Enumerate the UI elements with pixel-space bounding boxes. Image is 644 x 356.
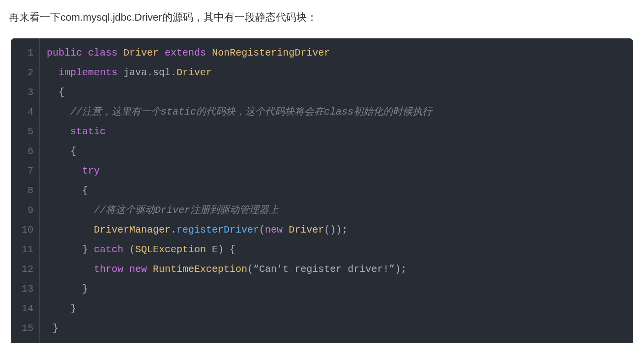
code-line: DriverManager.registerDriver(new Driver(… [47, 220, 627, 240]
code-content[interactable]: public class Driver extends NonRegisteri… [40, 38, 633, 343]
code-line: implements java.sql.Driver [47, 63, 627, 83]
line-number: 6 [20, 142, 33, 161]
line-number: 5 [20, 122, 33, 142]
code-line: //将这个驱动Driver注册到驱动管理器上 [47, 201, 627, 220]
line-number: 7 [20, 161, 33, 181]
code-line: } catch (SQLException E) { [47, 240, 627, 260]
line-number: 9 [20, 201, 33, 220]
line-number: 3 [20, 83, 33, 102]
line-number: 12 [20, 260, 33, 279]
code-line: { [47, 83, 627, 102]
code-line: { [47, 142, 627, 161]
line-number: 8 [20, 181, 33, 201]
line-number: 14 [20, 299, 33, 319]
line-number: 1 [20, 43, 33, 63]
line-number: 10 [20, 220, 33, 240]
code-line: } [47, 279, 627, 299]
line-number: 2 [20, 63, 33, 83]
line-number: 15 [20, 319, 33, 338]
code-line: public class Driver extends NonRegisteri… [47, 43, 627, 63]
line-number-gutter: 123456789101112131415 [11, 38, 40, 343]
line-number: 13 [20, 279, 33, 299]
line-number: 11 [20, 240, 33, 260]
code-line: } [47, 319, 627, 338]
code-line: { [47, 181, 627, 201]
line-number: 4 [20, 102, 33, 122]
code-line: static [47, 122, 627, 142]
intro-paragraph: 再来看一下com.mysql.jdbc.Driver的源码，其中有一段静态代码块… [0, 0, 644, 38]
code-block: 123456789101112131415 public class Drive… [11, 38, 633, 343]
code-line: } [47, 299, 627, 319]
code-line: throw new RuntimeException(“Can't regist… [47, 260, 627, 279]
code-line: try [47, 161, 627, 181]
code-line: //注意，这里有一个static的代码块，这个代码块将会在class初始化的时候… [47, 102, 627, 122]
